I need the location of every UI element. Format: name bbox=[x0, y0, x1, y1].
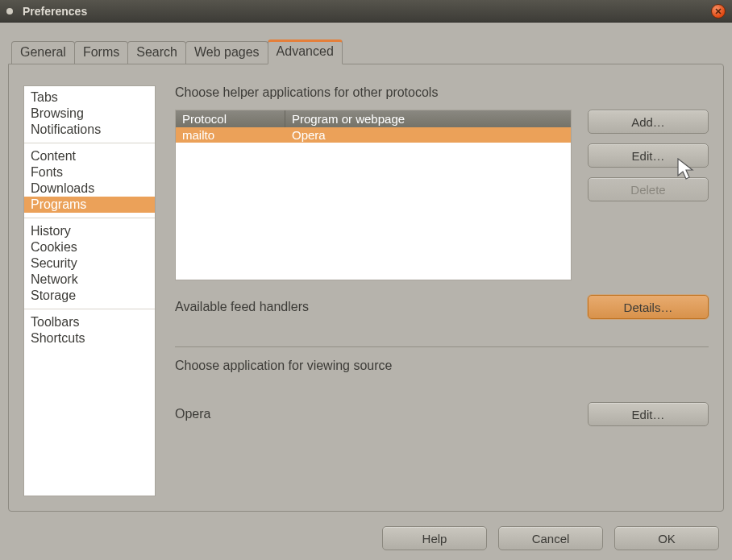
protocols-heading: Choose helper applications for other pro… bbox=[175, 85, 709, 100]
add-button[interactable]: Add… bbox=[588, 110, 709, 134]
tab-web-pages[interactable]: Web pages bbox=[185, 41, 268, 64]
sidebar-item-content[interactable]: Content bbox=[24, 148, 155, 164]
programs-content: Choose helper applications for other pro… bbox=[175, 85, 709, 496]
tabs-row: General Forms Search Web pages Advanced bbox=[11, 39, 724, 64]
sidebar-item-programs[interactable]: Programs bbox=[24, 197, 155, 213]
close-button[interactable] bbox=[711, 4, 726, 19]
col-program[interactable]: Program or webpage bbox=[285, 110, 571, 127]
sidebar-item-storage[interactable]: Storage bbox=[24, 288, 155, 304]
table-row[interactable]: mailto Opera bbox=[176, 127, 571, 143]
sidebar-item-browsing[interactable]: Browsing bbox=[24, 106, 155, 122]
feeds-heading: Available feed handlers bbox=[175, 300, 572, 314]
sidebar-item-history[interactable]: History bbox=[24, 223, 155, 239]
edit-protocol-button[interactable]: Edit… bbox=[588, 143, 709, 168]
window-body: General Forms Search Web pages Advanced … bbox=[0, 23, 732, 560]
close-icon bbox=[714, 7, 722, 15]
sidebar-item-downloads[interactable]: Downloads bbox=[24, 180, 155, 197]
cell-protocol: mailto bbox=[176, 127, 285, 143]
advanced-panel: Tabs Browsing Notifications Content Font… bbox=[8, 64, 724, 512]
ok-button[interactable]: OK bbox=[614, 526, 719, 550]
window-menu-icon bbox=[6, 8, 13, 15]
advanced-sidebar: Tabs Browsing Notifications Content Font… bbox=[23, 85, 156, 496]
sidebar-item-cookies[interactable]: Cookies bbox=[24, 239, 155, 255]
tab-general[interactable]: General bbox=[11, 41, 75, 64]
protocols-table[interactable]: Protocol Program or webpage mailto Opera bbox=[175, 110, 572, 280]
sidebar-item-network[interactable]: Network bbox=[24, 272, 155, 288]
delete-button: Delete bbox=[588, 177, 709, 201]
tab-search[interactable]: Search bbox=[127, 41, 186, 64]
help-button[interactable]: Help bbox=[382, 526, 487, 550]
titlebar: Preferences bbox=[0, 0, 732, 23]
view-source-app: Opera bbox=[175, 407, 572, 421]
sidebar-item-fonts[interactable]: Fonts bbox=[24, 164, 155, 180]
col-protocol[interactable]: Protocol bbox=[176, 110, 285, 127]
table-header: Protocol Program or webpage bbox=[176, 110, 571, 127]
details-button[interactable]: Details… bbox=[588, 295, 709, 319]
window-title: Preferences bbox=[23, 5, 711, 18]
sidebar-item-shortcuts[interactable]: Shortcuts bbox=[24, 330, 155, 346]
tab-advanced[interactable]: Advanced bbox=[268, 39, 343, 64]
sidebar-item-tabs[interactable]: Tabs bbox=[24, 89, 155, 106]
dialog-footer: Help Cancel OK bbox=[382, 526, 719, 550]
edit-source-button[interactable]: Edit… bbox=[588, 402, 709, 426]
sidebar-item-notifications[interactable]: Notifications bbox=[24, 122, 155, 138]
sidebar-item-security[interactable]: Security bbox=[24, 255, 155, 272]
tab-forms[interactable]: Forms bbox=[74, 41, 128, 64]
sidebar-item-toolbars[interactable]: Toolbars bbox=[24, 314, 155, 330]
cell-program: Opera bbox=[285, 127, 571, 143]
view-source-heading: Choose application for viewing source bbox=[175, 359, 709, 373]
cancel-button[interactable]: Cancel bbox=[498, 526, 603, 550]
separator bbox=[175, 346, 709, 347]
